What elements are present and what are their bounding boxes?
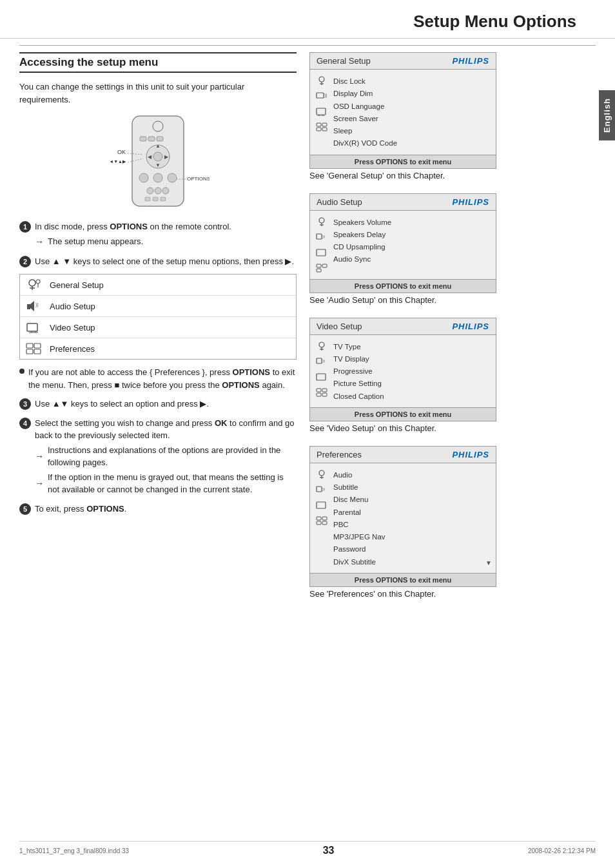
general-setup-body: )) Disc Lock Display Dim OSD Language (310, 70, 496, 155)
video-setup-body: )) TV Type TV Display Progressive P (310, 335, 496, 407)
svg-rect-54 (322, 128, 327, 131)
svg-point-20 (147, 188, 153, 194)
step-4-arrow1: Instructions and explanations of the opt… (35, 444, 297, 469)
scroll-arrow-icon: ▼ (485, 559, 492, 566)
preferences-panel-wrapper: Preferences PHILIPS )) (309, 446, 496, 603)
svg-rect-3 (148, 137, 155, 141)
svg-rect-23 (145, 197, 150, 201)
general-setup-footer: Press OPTIONS to exit menu (310, 155, 496, 168)
audio-item-4: Audio Sync (333, 254, 492, 265)
svg-rect-69 (317, 374, 326, 380)
audio-item-1: Speakers Volume (333, 217, 492, 228)
svg-text:)): )) (322, 487, 325, 491)
bullet-preferences: If you are not able to access the { Pref… (19, 366, 297, 391)
video-icons-col: )) (314, 340, 329, 402)
page-number: 33 (323, 845, 335, 856)
video-item-1: TV Type (333, 342, 492, 352)
step-1-text: In disc mode, press OPTIONS on the remot… (35, 220, 297, 249)
intro-text: You can change the settings in this unit… (19, 81, 297, 106)
general-item-6: DivX(R) VOD Code (333, 138, 492, 149)
menu-option-prefs-label: Preferences (50, 344, 95, 354)
svg-point-42 (319, 77, 324, 82)
svg-point-22 (162, 188, 169, 194)
step-1-arrow: The setup menu appears. (35, 235, 297, 249)
video-setup-footer: Press OPTIONS to exit menu (310, 407, 496, 421)
audio-setup-footer: Press OPTIONS to exit menu (310, 279, 496, 293)
general-icon (25, 278, 43, 292)
prefs-item-4: Parental (333, 507, 482, 518)
menu-option-audio-label: Audio Setup (50, 302, 95, 311)
audio-item-2: Speakers Delay (333, 229, 492, 240)
page-footer: 1_hts3011_37_eng 3_final809.indd 33 33 2… (19, 841, 596, 856)
svg-rect-79 (317, 502, 326, 508)
prefs-item-2: Subtitle (333, 482, 482, 493)
svg-text:)): )) (324, 93, 327, 98)
general-setup-panel: General Setup PHILIPS )) (309, 52, 496, 169)
general-setup-title: General Setup (317, 56, 371, 66)
svg-rect-39 (26, 349, 33, 354)
bullet-dot (19, 369, 24, 374)
svg-rect-62 (317, 269, 321, 272)
svg-rect-53 (322, 123, 327, 126)
step-4-text: Select the setting you wish to change an… (35, 417, 297, 496)
section-heading: Accessing the setup menu (19, 52, 297, 73)
svg-rect-4 (157, 137, 163, 141)
bullet-preferences-text: If you are not able to access the { Pref… (28, 366, 297, 391)
step-2-num: 2 (19, 256, 31, 267)
video-setup-panel-wrapper: Video Setup PHILIPS )) (309, 318, 496, 437)
video-setup-header: Video Setup PHILIPS (310, 318, 496, 335)
menu-option-general: General Setup (20, 275, 296, 296)
audio-see-chapter: See 'Audio Setup' on this Chapter. (309, 295, 496, 305)
svg-text:▲: ▲ (155, 143, 161, 149)
general-see-chapter: See 'General Setup' on this Chapter. (309, 171, 496, 180)
svg-point-17 (168, 173, 177, 182)
svg-rect-83 (322, 521, 327, 525)
english-tab: English (599, 90, 615, 140)
svg-rect-58 (317, 234, 322, 239)
svg-point-64 (319, 342, 324, 347)
general-icons-col: )) (314, 75, 329, 149)
svg-point-74 (319, 470, 324, 476)
prefs-item-8: DivX Subtitle (333, 557, 482, 568)
preferences-header: Preferences PHILIPS (310, 447, 496, 463)
general-setup-panel-wrapper: General Setup PHILIPS )) (309, 52, 496, 184)
video-setup-panel: Video Setup PHILIPS )) (309, 318, 496, 421)
svg-text:◀: ◀ (148, 154, 152, 160)
audio-icon-1 (315, 216, 328, 227)
audio-setup-panel: Audio Setup PHILIPS )) (309, 193, 496, 293)
preferences-title: Preferences (317, 450, 362, 459)
svg-marker-32 (30, 301, 34, 311)
svg-rect-81 (317, 521, 321, 525)
svg-rect-73 (322, 393, 327, 396)
svg-rect-40 (34, 343, 41, 348)
page-title-bar: Setup Menu Options (0, 0, 615, 39)
preferences-panel: Preferences PHILIPS )) (309, 446, 496, 587)
svg-point-21 (155, 188, 161, 194)
step-2: 2 Use ▲ ▼ keys to select one of the setu… (19, 255, 297, 268)
video-item-3: Progressive (333, 366, 492, 377)
remote-svg: ▲ ▼ ◀ ▶ OK ◄▼▲▶ OPTIONS (106, 115, 210, 211)
scroll-indicator: ▼ (485, 468, 492, 568)
svg-text:)): )) (322, 359, 325, 363)
audio-setup-header: Audio Setup PHILIPS (310, 194, 496, 211)
video-item-2: TV Display (333, 354, 492, 365)
svg-text:OK: OK (117, 149, 126, 155)
page-title: Setup Menu Options (0, 12, 576, 32)
prefs-icon-3 (315, 499, 328, 511)
audio-menu-items: Speakers Volume Speakers Delay CD Upsamp… (333, 216, 492, 274)
general-philips-logo: PHILIPS (452, 56, 489, 66)
svg-rect-72 (322, 389, 327, 392)
video-philips-logo: PHILIPS (452, 322, 489, 331)
menu-options-table: General Setup )) Audio Setup (19, 274, 297, 360)
step-3-text: Use ▲▼ keys to select an option and pres… (35, 398, 297, 410)
audio-icon-2: )) (315, 231, 328, 243)
prefs-icon-4 (315, 515, 328, 526)
svg-text:OPTIONS: OPTIONS (187, 176, 210, 182)
general-item-4: Screen Saver (333, 113, 492, 124)
general-menu-items: Disc Lock Display Dim OSD Language Scree… (333, 75, 492, 149)
svg-text:)): )) (322, 235, 325, 238)
prefs-item-3: Disc Menu (333, 494, 482, 505)
svg-point-26 (29, 280, 35, 286)
svg-rect-24 (153, 197, 158, 201)
audio-icons-col: )) (314, 216, 329, 274)
